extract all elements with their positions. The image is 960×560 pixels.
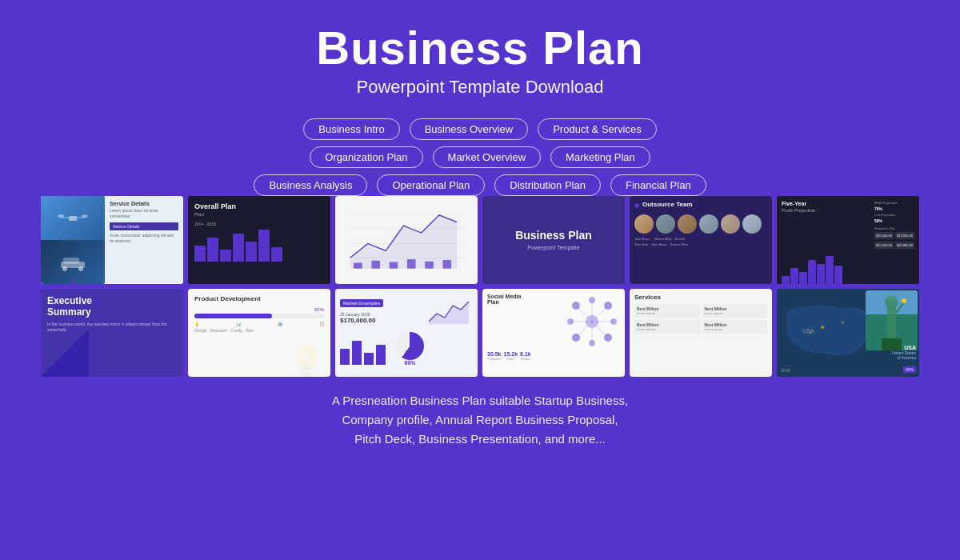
slide-overall-plan[interactable]: Overall Plan Plan 2014 - 2018 xyxy=(188,196,330,284)
statue-svg xyxy=(866,290,918,350)
s12-statue-image xyxy=(866,290,918,350)
profit-bar-4 xyxy=(808,260,816,284)
s11-cell-4: Next Million Lorem ipsum xyxy=(702,320,768,334)
s12-subtitle: United Statesof America xyxy=(892,350,916,361)
slide-service-details[interactable]: + Service Details Lorem ipsum dolor sit … xyxy=(41,196,183,284)
s2-bars xyxy=(194,230,324,262)
avatar-6 xyxy=(742,214,762,234)
s12-percent: 60% xyxy=(903,366,916,373)
s10-stats: 30.5k Followers 15.2k Likes 8.1k Shares xyxy=(487,351,620,361)
svg-text:USA: USA xyxy=(802,328,814,334)
tag-marketing-plan[interactable]: Marketing Plan xyxy=(550,146,650,168)
s6-chart-bars xyxy=(782,252,914,284)
s5-dot xyxy=(634,203,639,208)
s6-stats: Profit Projection 78% Low Projection 58%… xyxy=(874,201,914,249)
s1-desc: Lorem ipsum dolor sit amet consectetur xyxy=(110,208,178,219)
s9-mini-chart xyxy=(425,294,473,329)
tag-financial-plan[interactable]: Financial Plan xyxy=(610,174,706,196)
slide-market-examples[interactable]: Market Examples 25 January 2018 $170,000… xyxy=(335,289,478,377)
footer-line-1: A Presneation Business Plan suitable Sta… xyxy=(332,394,628,407)
tag-operational-plan[interactable]: Operational Plan xyxy=(377,174,485,196)
bar-3 xyxy=(220,250,231,262)
profit-bar-3 xyxy=(799,272,807,284)
s5-names: Jean Busi... Werner Alan Bonnie xyxy=(634,237,767,241)
s4-title: Business Plan xyxy=(515,229,592,242)
slide-line-chart[interactable] xyxy=(335,196,478,284)
s9-pie-chart xyxy=(396,332,424,360)
s5-names2: John Doe Sara Black Kristine Blue xyxy=(634,242,767,246)
market-line-svg xyxy=(425,294,473,326)
tag-row-2: Organization Plan Market Overview Market… xyxy=(310,146,650,168)
footer-line-3: Pitch Deck, Business Presentation, and m… xyxy=(354,432,605,446)
s8-title: Product Development xyxy=(194,295,324,302)
tag-business-intro[interactable]: Business Intro xyxy=(303,118,399,140)
s7-triangle xyxy=(41,329,89,377)
bar-4 xyxy=(233,234,244,262)
s8-icons-row: 💡📊⚙️📋 xyxy=(194,322,324,326)
svg-rect-18 xyxy=(425,262,434,269)
s11-title: Services xyxy=(634,294,767,301)
svg-rect-44 xyxy=(887,306,896,338)
s6-title: Five-Year xyxy=(782,201,815,206)
s1-title: Service Details xyxy=(110,201,178,206)
s11-grid: Best Billion Lorem ipsum Next Million Lo… xyxy=(634,304,767,334)
avatar-2 xyxy=(656,214,675,234)
svg-point-40 xyxy=(810,331,812,334)
avatar-4 xyxy=(699,214,718,234)
tag-org-plan[interactable]: Organization Plan xyxy=(310,146,422,168)
slide-row-2: ExecutiveSummary In the business world, … xyxy=(8,289,952,377)
s11-cell-2: Next Million Lorem ipsum xyxy=(702,304,768,318)
svg-line-30 xyxy=(576,306,592,322)
avatar-5 xyxy=(721,214,740,234)
svg-rect-6 xyxy=(63,258,79,264)
s2-year: 2014 - 2018 xyxy=(194,222,324,226)
bar-5 xyxy=(246,242,257,262)
header-section: Business Plan Powerpoint Template Downlo… xyxy=(316,0,643,106)
tag-business-analysis[interactable]: Business Analysis xyxy=(254,174,367,196)
tag-business-overview[interactable]: Business Overview xyxy=(410,118,529,140)
svg-line-33 xyxy=(592,322,608,338)
slides-wrapper: + Service Details Lorem ipsum dolor sit … xyxy=(8,196,952,382)
s1-service-bar: Service Details xyxy=(110,222,178,230)
svg-point-41 xyxy=(842,321,844,323)
svg-point-8 xyxy=(78,266,83,271)
slide-usa-map[interactable]: USA xyxy=(777,289,919,377)
social-network-svg xyxy=(564,294,620,350)
slide-outsource-team[interactable]: Outsource Team Jean Busi... Werner Alan … xyxy=(630,196,772,284)
s9-bar-4 xyxy=(376,345,386,365)
s10-plan: Plan xyxy=(487,299,521,305)
slide-executive-summary[interactable]: ExecutiveSummary In the business world, … xyxy=(41,289,183,377)
s9-pie-label: 60% xyxy=(396,360,424,366)
svg-marker-20 xyxy=(429,302,469,324)
tag-product-services[interactable]: Product & Services xyxy=(538,118,657,140)
usa-map-svg: USA xyxy=(777,289,877,377)
slide-product-development[interactable]: Product Development 60% 💡📊⚙️📋 Design Res… xyxy=(188,289,330,377)
s11-cell-1: Best Billion Lorem ipsum xyxy=(634,304,700,318)
svg-point-4 xyxy=(82,214,88,218)
slide-services[interactable]: Services Best Billion Lorem ipsum Next M… xyxy=(630,289,772,377)
svg-marker-13 xyxy=(350,215,458,269)
s8-labels: Design Research Config Plan xyxy=(194,328,324,333)
s5-title: Outsource Team xyxy=(642,201,693,208)
bar-1 xyxy=(194,246,206,262)
footer-text: A Presneation Business Plan suitable Sta… xyxy=(332,391,628,449)
s12-10m: 10 M xyxy=(781,368,790,373)
svg-line-32 xyxy=(576,322,592,338)
profit-bar-2 xyxy=(790,268,798,284)
tag-distribution-plan[interactable]: Distribution Plan xyxy=(494,174,601,196)
slide-five-year-profit[interactable]: Five-Year Profit Projection Profit Proje… xyxy=(777,196,919,284)
s6-subtitle: Profit Projection xyxy=(782,208,815,213)
bar-7 xyxy=(271,247,282,262)
svg-rect-15 xyxy=(371,261,380,269)
svg-rect-16 xyxy=(390,262,398,268)
svg-rect-19 xyxy=(442,260,451,269)
s9-bottom-row: 60% xyxy=(340,332,473,366)
s2-title: Overall Plan xyxy=(194,202,324,210)
tag-market-overview[interactable]: Market Overview xyxy=(433,146,542,168)
slide-social-media[interactable]: Social Media Plan xyxy=(482,289,625,377)
svg-point-7 xyxy=(62,266,67,271)
svg-line-31 xyxy=(592,306,608,322)
slide-business-plan-center[interactable]: Business Plan Powerpoint Template xyxy=(482,196,625,284)
s8-bar-fill-1 xyxy=(194,314,272,318)
plus-icon: + xyxy=(70,275,76,284)
